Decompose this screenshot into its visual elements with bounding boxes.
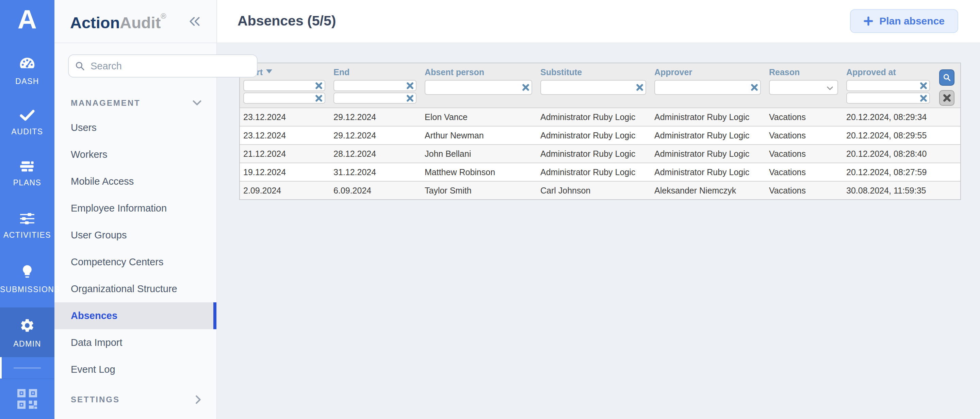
page-title: Absences (5/5) bbox=[237, 13, 336, 29]
section-settings[interactable]: SETTINGS bbox=[71, 394, 202, 405]
cell-approver: Administrator Ruby Logic bbox=[651, 130, 765, 140]
management-menu: Users Workers Mobile Access Employee Inf… bbox=[54, 114, 216, 383]
brand-part-action: Action bbox=[70, 14, 120, 32]
filter-end-from-input[interactable] bbox=[334, 80, 417, 91]
filter-approved-from-clear-button[interactable] bbox=[919, 81, 928, 90]
column-header-approved-at[interactable]: Approved at bbox=[843, 63, 935, 108]
sidebar-item-employee-information[interactable]: Employee Information bbox=[54, 195, 216, 222]
sidebar-item-event-log[interactable]: Event Log bbox=[54, 356, 216, 383]
table-actions-column bbox=[935, 63, 960, 108]
cell-approved-at: 30.08.2024, 11:59:35 bbox=[843, 186, 935, 195]
table-row[interactable]: 23.12.2024 29.12.2024 Elon Vance Adminis… bbox=[240, 108, 960, 126]
filter-approver-input[interactable] bbox=[654, 80, 761, 95]
column-header-approver[interactable]: Approver bbox=[651, 63, 765, 108]
sidebar-item-workers[interactable]: Workers bbox=[54, 141, 216, 168]
filter-absent-person-input[interactable] bbox=[425, 80, 532, 95]
filter-substitute-input[interactable] bbox=[540, 80, 646, 95]
qr-code-button[interactable] bbox=[0, 389, 54, 410]
sidebar-item-admin[interactable]: ADMIN bbox=[0, 308, 54, 357]
sidebar-item-dash[interactable]: DASH bbox=[0, 56, 54, 86]
clear-x-icon bbox=[920, 82, 927, 89]
cell-absent-person: John Bellani bbox=[421, 149, 537, 159]
cell-reason: Vacations bbox=[765, 167, 843, 177]
app-root: A DASH AUDITS PLANS bbox=[0, 0, 980, 419]
sidebar-item-submissions[interactable]: SUBMISSIONS bbox=[0, 264, 54, 294]
sidebar-item-data-import[interactable]: Data Import bbox=[54, 329, 216, 356]
filter-end-to-input[interactable] bbox=[334, 92, 417, 104]
sidebar-item-label: SUBMISSIONS bbox=[0, 285, 54, 294]
column-header-reason[interactable]: Reason bbox=[765, 63, 843, 108]
sidebar-item-plans[interactable]: PLANS bbox=[0, 161, 54, 187]
clear-x-icon bbox=[943, 94, 951, 102]
cell-start: 19.12.2024 bbox=[240, 167, 330, 177]
cell-approved-at: 20.12.2024, 08:28:40 bbox=[843, 149, 935, 159]
filter-reason-select[interactable] bbox=[769, 80, 838, 95]
clear-x-icon bbox=[920, 95, 927, 102]
cell-end: 29.12.2024 bbox=[330, 130, 421, 140]
clear-x-icon bbox=[315, 82, 323, 89]
sidebar-item-organizational-structure[interactable]: Organizational Structure bbox=[54, 276, 216, 302]
table-row[interactable]: 23.12.2024 29.12.2024 Arthur Newman Admi… bbox=[240, 126, 960, 144]
sidebar-item-audits[interactable]: AUDITS bbox=[0, 110, 54, 136]
cell-reason: Vacations bbox=[765, 186, 843, 195]
section-management[interactable]: MANAGEMENT bbox=[71, 97, 202, 109]
sidebar-item-users[interactable]: Users bbox=[54, 114, 216, 141]
sidebar-item-absences[interactable]: Absences bbox=[54, 302, 216, 329]
cell-approver: Aleksander Niemczyk bbox=[651, 186, 765, 195]
search-icon bbox=[75, 61, 85, 71]
cell-absent-person: Arthur Newman bbox=[421, 130, 537, 140]
clear-filters-button[interactable] bbox=[939, 90, 955, 106]
sidebar-item-competency-centers[interactable]: Competency Centers bbox=[54, 249, 216, 276]
plus-icon bbox=[864, 16, 873, 26]
search-input[interactable] bbox=[91, 60, 251, 72]
sidebar-notch bbox=[0, 357, 2, 379]
cell-approved-at: 20.12.2024, 08:29:55 bbox=[843, 130, 935, 140]
sidebar-item-label: ADMIN bbox=[0, 340, 54, 349]
filter-end-to-clear-button[interactable] bbox=[406, 94, 414, 103]
column-header-substitute[interactable]: Substitute bbox=[537, 63, 651, 108]
clear-x-icon bbox=[636, 84, 643, 91]
cell-substitute: Administrator Ruby Logic bbox=[537, 130, 651, 140]
collapse-sidebar-button[interactable] bbox=[188, 15, 202, 29]
filter-start-from-input[interactable] bbox=[243, 80, 325, 91]
sidebar-item-user-groups[interactable]: User Groups bbox=[54, 222, 216, 249]
table-row[interactable]: 19.12.2024 31.12.2024 Matthew Robinson A… bbox=[240, 163, 960, 181]
column-header-absent-person[interactable]: Absent person bbox=[421, 63, 537, 108]
clear-x-icon bbox=[406, 82, 414, 89]
double-chevron-left-icon bbox=[188, 15, 201, 28]
sliders-icon bbox=[20, 213, 34, 224]
cell-approver: Administrator Ruby Logic bbox=[651, 112, 765, 122]
filter-absent-person-clear-button[interactable] bbox=[521, 83, 530, 92]
column-header-end[interactable]: End bbox=[330, 63, 421, 108]
section-settings-label: SETTINGS bbox=[71, 395, 120, 405]
app-logo[interactable]: A bbox=[0, 6, 54, 33]
table-row[interactable]: 2.09.2024 6.09.2024 Taylor Smith Carl Jo… bbox=[240, 181, 960, 199]
cell-end: 31.12.2024 bbox=[330, 167, 421, 177]
filter-approved-from-input[interactable] bbox=[846, 80, 930, 91]
filter-start-to-input[interactable] bbox=[243, 92, 325, 104]
filter-substitute-clear-button[interactable] bbox=[635, 83, 644, 92]
filter-approver-clear-button[interactable] bbox=[750, 83, 759, 92]
filter-start-to-clear-button[interactable] bbox=[314, 94, 323, 103]
filter-start-from-clear-button[interactable] bbox=[314, 81, 323, 90]
sidebar-item-mobile-access[interactable]: Mobile Access bbox=[54, 168, 216, 195]
filter-approved-to-input[interactable] bbox=[846, 92, 930, 104]
search-icon bbox=[943, 73, 951, 82]
section-management-label: MANAGEMENT bbox=[71, 98, 140, 108]
plan-absence-button[interactable]: Plan absence bbox=[850, 9, 958, 33]
cell-reason: Vacations bbox=[765, 112, 843, 122]
filter-end-from-clear-button[interactable] bbox=[406, 81, 414, 90]
cell-end: 29.12.2024 bbox=[330, 112, 421, 122]
cell-absent-person: Taylor Smith bbox=[421, 186, 537, 195]
sidebar-divider bbox=[14, 368, 41, 368]
cell-start: 21.12.2024 bbox=[240, 149, 330, 159]
sidebar-item-activities[interactable]: ACTIVITIES bbox=[0, 213, 54, 240]
sort-desc-icon bbox=[266, 69, 272, 76]
cell-absent-person: Matthew Robinson bbox=[421, 167, 537, 177]
sidebar-bottom-section bbox=[0, 379, 54, 419]
apply-filters-button[interactable] bbox=[939, 69, 955, 86]
clear-x-icon bbox=[315, 95, 323, 102]
filter-approved-to-clear-button[interactable] bbox=[919, 94, 928, 103]
chevron-down-icon bbox=[192, 100, 202, 106]
table-row[interactable]: 21.12.2024 28.12.2024 John Bellani Admin… bbox=[240, 144, 960, 163]
